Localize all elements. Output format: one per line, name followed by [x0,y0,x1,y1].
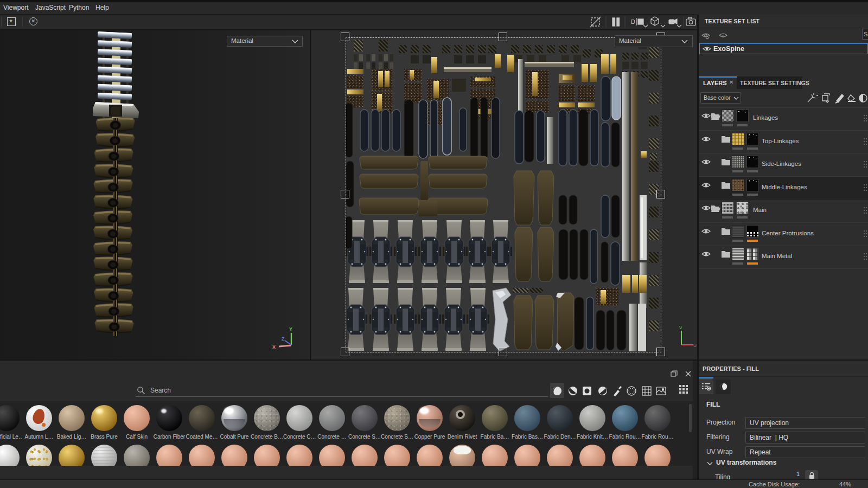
svg-text:1: 1 [722,34,725,38]
svg-text:D: D [631,18,635,25]
svg-text:X: X [272,344,276,350]
svg-text:Y: Y [289,326,292,332]
svg-text:V: V [679,325,682,330]
svg-text:Z: Z [282,336,285,342]
svg-text:U: U [693,343,697,348]
